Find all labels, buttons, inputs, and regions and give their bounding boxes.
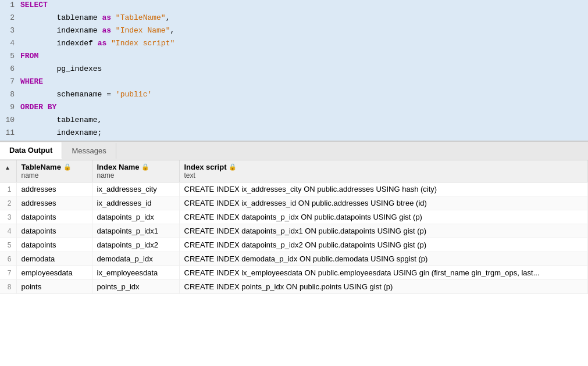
line-content: indexname;	[20, 128, 588, 137]
token-id: indexname	[20, 26, 102, 35]
line-content: pg_indexes	[20, 64, 588, 73]
table-name-cell: addresses	[16, 182, 92, 196]
token-id: ,	[170, 26, 174, 35]
line-number: 10	[0, 116, 20, 124]
index-name-cell: ix_addresses_id	[92, 196, 179, 210]
line-number: 11	[0, 128, 20, 137]
token-kw: as	[102, 26, 111, 35]
column-header-tablename[interactable]: TableName🔒name	[16, 160, 92, 182]
token-id: pg_indexes	[20, 64, 102, 73]
tab-data-output[interactable]: Data Output	[0, 142, 62, 159]
table-row: 7employeesdataix_employeesdataCREATE IND…	[0, 266, 588, 280]
column-name: TableName	[22, 163, 61, 171]
code-editor: 1SELECT2 tablename as "TableName",3 inde…	[0, 0, 588, 142]
code-line: 3 indexname as "Index Name",	[0, 26, 588, 38]
token-str: 'public'	[116, 90, 152, 99]
code-line: 8 schemaname = 'public'	[0, 89, 588, 102]
lock-icon: 🔒	[141, 163, 149, 171]
index-script-cell: CREATE INDEX points_p_idx ON public.poin…	[179, 280, 588, 294]
code-line: 1SELECT	[0, 0, 588, 13]
lock-icon: 🔒	[229, 163, 237, 171]
code-line: 6 pg_indexes	[0, 64, 588, 77]
tabs-bar: Data OutputMessages	[0, 142, 588, 160]
index-script-cell: CREATE INDEX ix_addresses_id ON public.a…	[179, 196, 588, 210]
sort-arrow-icon: ▲	[5, 164, 10, 171]
table-name-cell: datapoints	[16, 210, 92, 224]
row-number: 2	[0, 196, 16, 210]
token-kw: FROM	[20, 52, 38, 60]
code-line: 10 tablename,	[0, 115, 588, 128]
index-script-cell: CREATE INDEX datapoints_p_idx2 ON public…	[179, 238, 588, 252]
token-id	[111, 13, 116, 22]
column-type: text	[184, 171, 583, 180]
token-str: "Index script"	[111, 39, 174, 48]
table-row: 5datapointsdatapoints_p_idx2CREATE INDEX…	[0, 238, 588, 252]
row-number: 5	[0, 238, 16, 252]
tab-messages[interactable]: Messages	[62, 143, 116, 159]
index-name-cell: ix_addresses_city	[92, 182, 179, 196]
line-content: schemaname = 'public'	[20, 90, 588, 99]
code-line: 9ORDER BY	[0, 102, 588, 115]
row-number: 8	[0, 280, 16, 294]
code-line: 4 indexdef as "Index script"	[0, 38, 588, 51]
line-content: indexname as "Index Name",	[20, 26, 588, 35]
line-number: 7	[0, 77, 20, 86]
table-name-cell: points	[16, 280, 92, 294]
token-id: schemaname =	[20, 90, 116, 99]
line-number: 9	[0, 103, 20, 112]
token-kw: as	[98, 39, 107, 48]
line-content: FROM	[20, 52, 588, 60]
results-table: ▲TableName🔒nameIndex Name🔒nameIndex scri…	[0, 160, 588, 294]
table-name-cell: datapoints	[16, 224, 92, 238]
line-number: 8	[0, 90, 20, 99]
line-content: tablename as "TableName",	[20, 13, 588, 22]
token-kw: as	[102, 13, 111, 22]
index-name-cell: ix_employeesdata	[92, 266, 179, 280]
index-name-cell: datapoints_p_idx1	[92, 224, 179, 238]
line-number: 1	[0, 1, 20, 9]
token-id: ,	[166, 13, 170, 22]
column-header-index-script[interactable]: Index script🔒text	[179, 160, 588, 182]
line-number: 2	[0, 13, 20, 22]
line-number: 4	[0, 39, 20, 48]
token-str: "Index Name"	[116, 26, 170, 35]
line-content: SELECT	[20, 1, 588, 9]
lock-icon: 🔒	[63, 163, 72, 171]
token-kw: WHERE	[20, 77, 43, 86]
token-id: indexname;	[20, 128, 102, 137]
row-number: 1	[0, 182, 16, 196]
code-line: 11 indexname;	[0, 128, 588, 141]
table-row: 3datapointsdatapoints_p_idxCREATE INDEX …	[0, 210, 588, 224]
table-row: 6demodatademodata_p_idxCREATE INDEX demo…	[0, 252, 588, 266]
code-line: 2 tablename as "TableName",	[0, 13, 588, 26]
line-number: 5	[0, 52, 20, 60]
column-name: Index script	[184, 163, 227, 171]
table-row: 2addressesix_addresses_idCREATE INDEX ix…	[0, 196, 588, 210]
table-row: 1addressesix_addresses_cityCREATE INDEX …	[0, 182, 588, 196]
index-name-cell: datapoints_p_idx2	[92, 238, 179, 252]
index-name-cell: datapoints_p_idx	[92, 210, 179, 224]
table-name-cell: demodata	[16, 252, 92, 266]
token-id	[106, 39, 111, 48]
token-kw: SELECT	[20, 1, 48, 9]
row-number: 6	[0, 252, 16, 266]
token-str: "TableName"	[116, 13, 166, 22]
index-script-cell: CREATE INDEX ix_addresses_city ON public…	[179, 182, 588, 196]
line-content: tablename,	[20, 116, 588, 124]
row-number: 4	[0, 224, 16, 238]
row-num-header: ▲	[0, 160, 16, 182]
column-type: name	[97, 171, 174, 180]
table-row: 8pointspoints_p_idxCREATE INDEX points_p…	[0, 280, 588, 294]
table-name-cell: employeesdata	[16, 266, 92, 280]
line-number: 6	[0, 64, 20, 73]
token-id: tablename,	[20, 116, 102, 124]
index-script-cell: CREATE INDEX datapoints_p_idx ON public.…	[179, 210, 588, 224]
index-name-cell: points_p_idx	[92, 280, 179, 294]
line-number: 3	[0, 26, 20, 35]
line-content: ORDER BY	[20, 103, 588, 112]
column-header-index-name[interactable]: Index Name🔒name	[92, 160, 179, 182]
column-type: name	[22, 171, 87, 180]
index-script-cell: CREATE INDEX demodata_p_idx ON public.de…	[179, 252, 588, 266]
token-id	[111, 26, 116, 35]
index-script-cell: CREATE INDEX datapoints_p_idx1 ON public…	[179, 224, 588, 238]
